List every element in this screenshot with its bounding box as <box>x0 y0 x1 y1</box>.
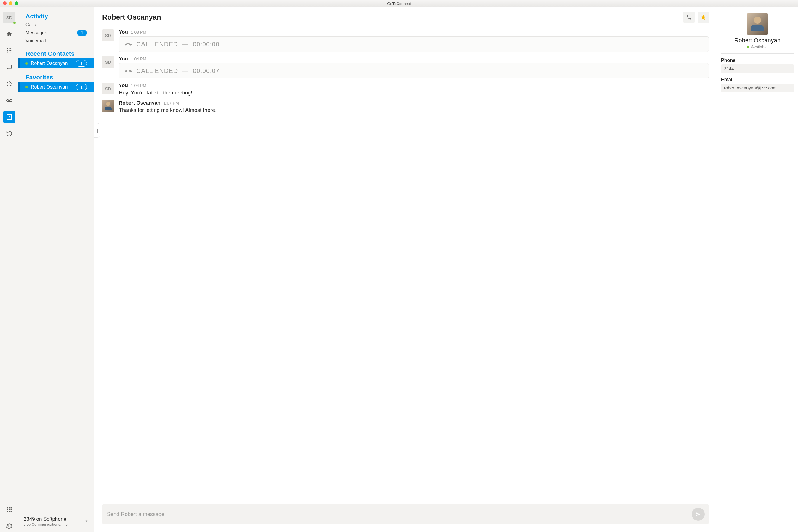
svg-rect-20 <box>8 507 10 509</box>
email-label: Email <box>721 77 794 82</box>
nav-contacts[interactable] <box>3 111 15 123</box>
divider <box>721 53 794 54</box>
svg-rect-27 <box>11 511 12 512</box>
favorite-contact-item[interactable]: Robert Oscanyan 1 <box>18 82 94 92</box>
send-button[interactable] <box>692 508 705 521</box>
favorite-button[interactable] <box>698 12 709 23</box>
contact-unread-count: 1 <box>76 60 87 66</box>
user-initials: SD <box>6 15 13 20</box>
contact-details-panel: Robert Oscanyan Available Phone 2144 Ema… <box>717 7 798 532</box>
sender-avatar: SD <box>102 56 114 68</box>
presence-dot-icon <box>25 62 28 64</box>
svg-point-14 <box>7 82 8 83</box>
message-text: Thanks for letting me know! Almost there… <box>119 107 709 113</box>
nav-voicemail[interactable] <box>3 95 15 106</box>
nav-apps[interactable] <box>3 504 15 515</box>
section-activity-title: Activity <box>18 13 94 21</box>
contacts-icon <box>6 114 13 120</box>
message-time: 1:04 PM <box>131 57 146 61</box>
window-title: GoToConnect <box>0 1 798 6</box>
message-item: SD You 1:03 PM CALL ENDED — 00:00:00 <box>102 29 709 52</box>
svg-rect-19 <box>7 507 8 509</box>
message-list: SD You 1:03 PM CALL ENDED — 00:00:00 <box>95 25 717 499</box>
call-duration: 00:00:00 <box>193 41 220 48</box>
current-user-avatar[interactable]: SD <box>3 12 15 23</box>
message-item: SD You 1:04 PM Hey. You're late to the m… <box>102 83 709 96</box>
star-icon <box>700 14 706 20</box>
recent-contact-item[interactable]: Robert Oscanyan 1 <box>18 58 94 69</box>
window-zoom-button[interactable] <box>15 1 18 5</box>
nav-home[interactable] <box>3 28 15 40</box>
nav-dialpad[interactable] <box>3 45 15 57</box>
call-ended-icon <box>125 67 132 75</box>
svg-point-7 <box>8 52 10 53</box>
conference-icon <box>6 80 13 87</box>
home-icon <box>6 31 13 37</box>
sender-name: You <box>119 83 128 89</box>
phone-line-label: 2349 on Softphone <box>24 516 81 522</box>
sidebar-item-calls[interactable]: Calls <box>18 21 94 29</box>
nav-settings[interactable] <box>3 520 15 532</box>
nav-conference[interactable] <box>3 78 15 90</box>
contact-unread-count: 1 <box>76 84 87 90</box>
contact-status: Available <box>721 44 794 49</box>
phone-label: Phone <box>721 58 794 63</box>
call-button[interactable] <box>683 12 695 23</box>
call-ended-icon <box>125 40 132 48</box>
svg-point-12 <box>6 83 8 84</box>
sidebar-collapse-handle[interactable]: ‖ <box>94 123 100 138</box>
voicemail-icon <box>6 97 13 104</box>
separator: — <box>182 67 189 74</box>
phone-value[interactable]: 2144 <box>721 64 794 73</box>
message-time: 1:03 PM <box>131 30 146 35</box>
window-close-button[interactable] <box>3 1 6 5</box>
sender-name: Robert Oscanyan <box>119 100 160 106</box>
phone-line-selector[interactable]: 2349 on Softphone Jive Communications, I… <box>18 512 94 532</box>
svg-rect-26 <box>8 511 10 512</box>
message-text: Hey. You're late to the meeting!! <box>119 90 709 96</box>
apps-grid-icon <box>6 506 13 513</box>
svg-point-17 <box>10 85 11 86</box>
nav-history[interactable] <box>3 128 15 139</box>
sender-avatar <box>102 100 114 112</box>
sender-name: You <box>119 56 128 62</box>
svg-point-8 <box>11 52 12 53</box>
phone-line-org: Jive Communications, Inc. <box>24 522 81 527</box>
svg-point-9 <box>8 83 10 84</box>
svg-point-3 <box>7 50 8 51</box>
nav-chat[interactable] <box>3 61 15 73</box>
svg-point-16 <box>7 85 8 86</box>
conversation-pane: ‖ Robert Oscanyan SD You 1:03 PM <box>94 7 717 532</box>
messages-badge: 1 <box>77 30 87 36</box>
nav-rail: SD <box>0 7 18 532</box>
email-value[interactable]: robert.oscanyan@jive.com <box>721 83 794 92</box>
message-item: SD You 1:04 PM CALL ENDED — 00:00:07 <box>102 56 709 78</box>
svg-point-11 <box>8 86 10 87</box>
sender-avatar: SD <box>102 83 114 95</box>
section-favorites-title: Favorites <box>18 74 94 82</box>
history-icon <box>6 130 13 137</box>
sidebar-item-voicemail[interactable]: Voicemail <box>18 37 94 45</box>
svg-point-15 <box>10 82 11 83</box>
message-input[interactable] <box>106 511 688 518</box>
chevron-down-icon <box>84 519 89 525</box>
svg-point-1 <box>8 48 10 50</box>
presence-indicator-icon <box>13 22 16 24</box>
dialpad-icon <box>6 48 13 54</box>
message-time: 1:07 PM <box>164 101 179 106</box>
svg-point-4 <box>8 50 10 51</box>
contact-name: Robert Oscanyan <box>31 61 68 66</box>
presence-dot-icon <box>25 86 28 88</box>
svg-rect-25 <box>7 511 8 512</box>
phone-icon <box>686 14 692 20</box>
svg-point-5 <box>11 50 12 51</box>
presence-dot-icon <box>747 46 749 48</box>
message-item: Robert Oscanyan 1:07 PM Thanks for letti… <box>102 100 709 113</box>
call-event-label: CALL ENDED <box>136 67 178 74</box>
sidebar-item-messages[interactable]: Messages 1 <box>18 29 94 37</box>
svg-rect-22 <box>7 509 8 510</box>
window-minimize-button[interactable] <box>9 1 13 5</box>
chat-icon <box>6 64 13 71</box>
call-event-bubble: CALL ENDED — 00:00:00 <box>119 36 709 52</box>
svg-point-2 <box>11 48 12 50</box>
